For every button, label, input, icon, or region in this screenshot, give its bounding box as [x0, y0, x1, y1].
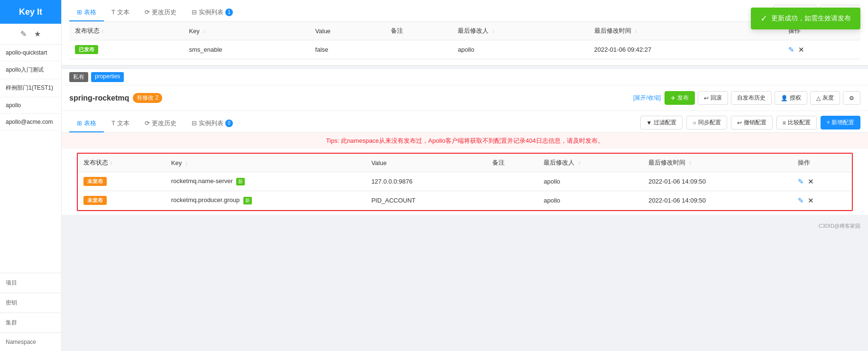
row-modifier: apollo: [452, 40, 588, 59]
namespace1-section: ⊞ 表格 T 文本 ⟳ 更改历史 ⊟ 实例列表 1: [62, 0, 868, 65]
footer: C3DID@稀客家园: [62, 219, 868, 233]
row2-modified-time-2: 2022-01-06 14:09:50: [643, 191, 792, 210]
namespace2-expand-link[interactable]: [展开/收缩]: [633, 94, 661, 102]
sidebar-section-namespace[interactable]: Namespace: [0, 333, 61, 351]
main-content: ⊞ 表格 T 文本 ⟳ 更改历史 ⊟ 实例列表 1: [62, 0, 868, 351]
row2-key-2: rocketmq.producer.group 新: [166, 191, 366, 210]
col-key: Key ↕: [183, 22, 309, 40]
table-row: 未发布 rocketmq.name-server 新 127.0.0.0:987…: [78, 172, 852, 191]
namespace2-toolbar: ▼ 过滤配置 ○ 同步配置 ↩ 撤销配置 ≡ 比较配置: [640, 111, 861, 132]
tab-namespace1-history[interactable]: ⟳ 更改历史: [137, 4, 184, 21]
row2-actions-2: ✎ ✕: [792, 191, 852, 210]
tab-namespace2-history[interactable]: ⟳ 更改历史: [137, 115, 184, 132]
rollback-button[interactable]: ↩ 回滚: [698, 91, 728, 105]
sidebar-section-project[interactable]: 项目: [0, 273, 61, 293]
check-icon: ✓: [760, 13, 767, 24]
col2-value: Value: [366, 154, 487, 172]
namespace2-modify-badge: 有修改 2: [133, 93, 162, 103]
success-notification: ✓ 更新成功，如需生效请发布: [751, 8, 860, 29]
sidebar-item-sample-dept[interactable]: 样例部门1(TEST1): [0, 79, 61, 97]
tab-namespace1-text[interactable]: T 文本: [104, 4, 137, 21]
filter2-icon: ▼: [646, 120, 652, 126]
edit-row-icon[interactable]: ✎: [788, 46, 794, 54]
namespace2-tags: 私有 properties: [62, 69, 868, 85]
gray-button[interactable]: △ 灰度: [810, 91, 840, 105]
row2-modifier-2: apollo: [538, 191, 643, 210]
cancel-config-button[interactable]: ↩ 撤销配置: [731, 116, 773, 129]
publish-button[interactable]: ✈ 发布: [665, 91, 695, 105]
row2-modifier-1: apollo: [538, 172, 643, 191]
sidebar: Key It ✎ ★ apollo-quickstart apollo入门测试 …: [0, 0, 62, 351]
table-icon: ⊞: [77, 9, 82, 16]
col2-modified-time: 最后修改时间 ↕: [643, 154, 792, 172]
row2-status-1: 未发布: [78, 172, 166, 191]
col2-actions: 操作: [792, 154, 852, 172]
tab-namespace2-instances[interactable]: ⊟ 实例列表 0: [184, 115, 240, 132]
namespace2-table-wrapper: 发布状态↕ Key ↕ Value 备注 最后修改人 ↕ 最后修改时间 ↕ 操作: [62, 149, 868, 215]
row-value: false: [310, 40, 385, 59]
tips-message: Tips: 此namespace从来没有发布过，Apollo客户端将获取不到配置…: [62, 133, 868, 149]
col2-remark: 备注: [487, 154, 538, 172]
sidebar-section-cluster[interactable]: 集群: [0, 313, 61, 333]
edit-row2-icon[interactable]: ✎: [798, 177, 804, 186]
row2-remark-2: [487, 191, 538, 210]
settings-button[interactable]: ⚙: [843, 91, 860, 105]
col-remark: 备注: [385, 22, 452, 40]
row-key: sms_enable: [183, 40, 309, 59]
rollback-icon: ↩: [704, 95, 709, 102]
col2-key: Key ↕: [166, 154, 366, 172]
col2-modifier: 最后修改人 ↕: [538, 154, 643, 172]
tag-properties: properties: [91, 72, 124, 82]
row-modified-time: 2022-01-06 09:42:27: [589, 40, 783, 59]
row-actions: ✎ ✕: [783, 40, 860, 59]
compare-icon: ≡: [783, 120, 786, 126]
namespace2-section: 私有 properties spring-rocketmq 有修改 2 [展开/…: [62, 69, 868, 215]
tag-private: 私有: [69, 72, 88, 82]
col-modifier: 最后修改人 ↕: [452, 22, 588, 40]
sidebar-section-key[interactable]: 密钥: [0, 293, 61, 313]
namespace2-tabs-row: ⊞ 表格 T 文本 ⟳ 更改历史 ⊟ 实例列表 0: [62, 111, 868, 133]
sync2-icon: ○: [693, 120, 696, 126]
sidebar-nav: apollo-quickstart apollo入门测试 样例部门1(TEST1…: [0, 45, 61, 273]
sidebar-item-apollo[interactable]: apollo: [0, 97, 61, 114]
text2-icon: T: [111, 120, 115, 127]
row2-remark-1: [487, 172, 538, 191]
star-icon[interactable]: ★: [34, 29, 41, 38]
add-config-button[interactable]: + 新增配置: [821, 116, 860, 129]
history-icon: ⟳: [145, 9, 150, 16]
namespace2-action-buttons: ✈ 发布 ↩ 回滚 自发布历史 👤 授权 △: [665, 91, 860, 105]
compare-config-button[interactable]: ≡ 比较配置: [776, 116, 817, 129]
edit-row3-icon[interactable]: ✎: [798, 196, 804, 205]
tab-namespace2-text[interactable]: T 文本: [104, 115, 137, 132]
col2-status: 发布状态↕: [78, 154, 166, 172]
new-badge-2: 新: [243, 197, 252, 204]
gray-icon: △: [816, 95, 821, 102]
row-remark: [385, 40, 452, 59]
notification-message: 更新成功，如需生效请发布: [771, 14, 851, 23]
namespace1-table-container: 发布状态↕ Key ↕ Value 备注 最后修改人 ↕ 最后修改时间 ↕ 操作…: [69, 22, 860, 59]
row2-actions-1: ✎ ✕: [792, 172, 852, 191]
edit-icon[interactable]: ✎: [20, 29, 27, 38]
publish-icon: ✈: [671, 95, 675, 102]
publish-history-button[interactable]: 自发布历史: [731, 91, 772, 105]
delete-row2-icon[interactable]: ✕: [808, 177, 814, 186]
sync-config2-button[interactable]: ○ 同步配置: [686, 116, 727, 129]
delete-row3-icon[interactable]: ✕: [808, 196, 814, 205]
namespace2-header: spring-rocketmq 有修改 2 [展开/收缩] ✈ 发布 ↩ 回滚 …: [62, 85, 868, 111]
delete-row-icon[interactable]: ✕: [798, 46, 804, 54]
tab-namespace1-table[interactable]: ⊞ 表格: [69, 4, 104, 21]
sidebar-item-apollo-acme[interactable]: apollo@acme.com: [0, 114, 61, 130]
row2-value-2: PID_ACCOUNT: [366, 191, 487, 210]
instance2-badge: 0: [225, 120, 233, 127]
tab-namespace1-instances[interactable]: ⊟ 实例列表 1: [184, 4, 240, 21]
col-status: 发布状态↕: [69, 22, 183, 40]
col-value: Value: [310, 22, 385, 40]
authorize-button[interactable]: 👤 授权: [775, 91, 807, 105]
sidebar-item-apollo-quickstart[interactable]: apollo-quickstart: [0, 45, 61, 61]
row2-status-2: 未发布: [78, 191, 166, 210]
tab-namespace2-table[interactable]: ⊞ 表格: [69, 115, 104, 132]
sidebar-item-apollo-intro[interactable]: apollo入门测试: [0, 61, 61, 79]
namespace2-table-highlighted: 发布状态↕ Key ↕ Value 备注 最后修改人 ↕ 最后修改时间 ↕ 操作: [77, 153, 853, 211]
filter-config2-button[interactable]: ▼ 过滤配置: [640, 116, 683, 129]
instance-icon: ⊟: [192, 9, 197, 16]
